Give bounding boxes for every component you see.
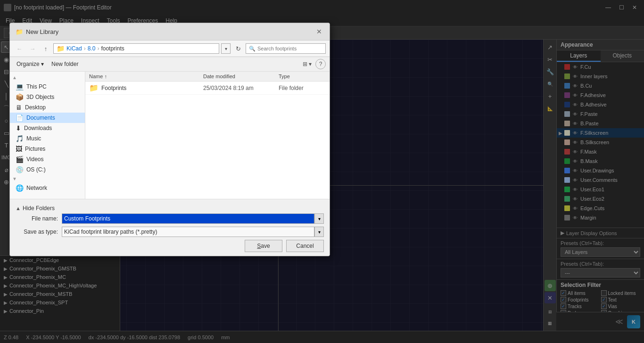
breadcrumb-dropdown-button[interactable]: ▾ xyxy=(221,43,231,54)
file-dialog-toolbar: Organize ▾ New folder ⊞ ▾ ? xyxy=(10,57,330,72)
dialog-actions: Save Cancel xyxy=(16,240,324,252)
breadcrumb-sep-2: › xyxy=(97,45,99,52)
filename-row: File name: ▾ xyxy=(16,213,324,224)
nav-forward-button[interactable]: → xyxy=(27,43,38,54)
file-dialog-body: ▲ 💻 This PC 📦 3D Objects 🖥 Desktop 📄 Doc… xyxy=(10,72,330,199)
sidebar-documents[interactable]: 📄 Documents xyxy=(10,113,85,123)
dialog-title: 📁 New Library xyxy=(16,28,58,35)
help-button[interactable]: ? xyxy=(315,59,326,69)
sidebar-downloads[interactable]: ⬇ Downloads xyxy=(10,123,85,133)
dialog-close-button[interactable]: ✕ xyxy=(314,27,324,36)
nav-back-button[interactable]: ← xyxy=(14,43,25,54)
save-underline: Save xyxy=(257,243,270,249)
this-pc-icon: 💻 xyxy=(16,83,24,90)
breadcrumb-folder-icon: 📁 xyxy=(57,45,65,52)
filename-input-container: ▾ xyxy=(62,213,324,224)
save-as-type-input[interactable] xyxy=(62,227,314,237)
file-list: Name ↑ Date modified Type 📁 Footprints 2… xyxy=(85,72,330,199)
col-date[interactable]: Date modified xyxy=(203,74,279,79)
file-dialog-nav: ← → ↑ 📁 KiCad › 8.0 › footprints ▾ ↻ 🔍 xyxy=(10,41,330,57)
sidebar-videos[interactable]: 🎬 Videos xyxy=(10,154,85,164)
os-icon: 💿 xyxy=(16,166,24,173)
sidebar-scroll-up[interactable]: ▲ xyxy=(12,74,17,81)
cancel-button[interactable]: Cancel xyxy=(286,240,324,252)
new-folder-button[interactable]: New folder xyxy=(49,60,81,68)
search-box: 🔍 xyxy=(246,43,326,54)
file-name-footprints: Footprints xyxy=(101,85,203,91)
file-row-footprints[interactable]: 📁 Footprints 25/03/2024 8:19 am File fol… xyxy=(85,82,330,95)
music-icon: 🎵 xyxy=(16,135,24,142)
folder-icon: 📁 xyxy=(89,83,99,92)
fd-toolbar-right: ⊞ ▾ ? xyxy=(301,59,326,69)
network-icon: 🌐 xyxy=(16,184,24,192)
filename-label: File name: xyxy=(16,215,58,222)
hide-folders-label: Hide Folders xyxy=(23,205,55,212)
dialog-title-bar: 📁 New Library ✕ xyxy=(10,23,330,41)
desktop-icon: 🖥 xyxy=(16,104,22,111)
nav-refresh-button[interactable]: ↻ xyxy=(232,43,244,54)
file-type-footprints: File folder xyxy=(279,85,326,91)
dialog-overlay: 📁 New Library ✕ ← → ↑ 📁 KiCad › 8.0 › fo… xyxy=(0,0,644,343)
file-date-footprints: 25/03/2024 8:19 am xyxy=(203,85,279,91)
sidebar-os-c[interactable]: 💿 OS (C:) xyxy=(10,164,85,175)
sidebar-desktop[interactable]: 🖥 Desktop xyxy=(10,102,85,113)
filename-input[interactable] xyxy=(62,213,314,224)
sidebar-music[interactable]: 🎵 Music xyxy=(10,133,85,144)
search-input[interactable] xyxy=(257,46,322,51)
dialog-title-text: New Library xyxy=(26,28,58,35)
file-dialog-footer: ▲ Hide Folders File name: ▾ Save as type… xyxy=(10,199,330,256)
breadcrumb-kicad[interactable]: KiCad xyxy=(66,45,82,52)
fd-toolbar-left: Organize ▾ New folder xyxy=(14,60,81,68)
breadcrumb-version[interactable]: 8.0 xyxy=(88,45,96,52)
save-as-type-row: Save as type: ▾ xyxy=(16,227,324,237)
videos-icon: 🎬 xyxy=(16,155,24,163)
file-sidebar: ▲ 💻 This PC 📦 3D Objects 🖥 Desktop 📄 Doc… xyxy=(10,72,85,199)
filename-dropdown-arrow[interactable]: ▾ xyxy=(314,213,324,224)
sidebar-scroll-down[interactable]: ▼ xyxy=(12,176,17,182)
pictures-icon: 🖼 xyxy=(16,145,22,153)
save-as-type-container: ▾ xyxy=(62,227,324,237)
view-toggle-button[interactable]: ⊞ ▾ xyxy=(301,60,314,68)
sidebar-3d-objects[interactable]: 📦 3D Objects xyxy=(10,92,85,102)
breadcrumb-current: footprints xyxy=(101,45,124,52)
downloads-icon: ⬇ xyxy=(16,124,21,132)
col-name[interactable]: Name ↑ xyxy=(89,74,203,79)
save-as-dropdown-arrow[interactable]: ▾ xyxy=(314,227,324,237)
breadcrumb-sep-1: › xyxy=(84,45,86,52)
file-list-header: Name ↑ Date modified Type xyxy=(85,72,330,82)
organize-button[interactable]: Organize ▾ xyxy=(14,60,47,68)
col-type[interactable]: Type xyxy=(279,74,326,79)
nav-up-button[interactable]: ↑ xyxy=(40,43,51,54)
breadcrumb-bar: 📁 KiCad › 8.0 › footprints xyxy=(53,43,219,54)
save-as-type-label: Save as type: xyxy=(16,229,58,235)
documents-icon: 📄 xyxy=(16,114,24,122)
save-button[interactable]: Save xyxy=(245,240,282,252)
sidebar-pictures[interactable]: 🖼 Pictures xyxy=(10,144,85,154)
hide-folders-icon: ▲ xyxy=(16,205,21,211)
sidebar-this-pc[interactable]: 💻 This PC xyxy=(10,82,85,92)
new-library-dialog: 📁 New Library ✕ ← → ↑ 📁 KiCad › 8.0 › fo… xyxy=(9,23,330,256)
hide-folders-toggle[interactable]: ▲ Hide Folders xyxy=(16,203,324,213)
3d-objects-icon: 📦 xyxy=(16,93,24,101)
search-icon: 🔍 xyxy=(249,46,256,52)
sidebar-network[interactable]: 🌐 Network xyxy=(10,183,85,193)
dialog-title-icon: 📁 xyxy=(16,28,23,35)
